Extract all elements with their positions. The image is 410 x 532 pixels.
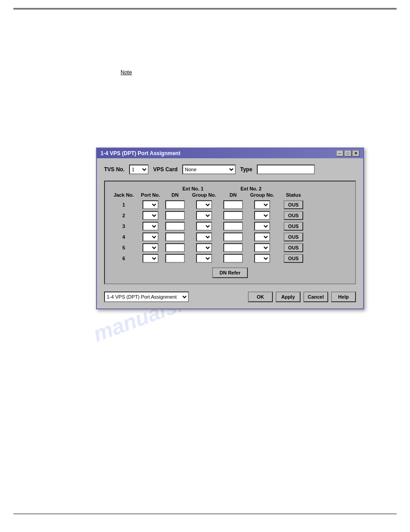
table-row: 2 OUS: [110, 211, 350, 220]
ext2-group-6[interactable]: [254, 254, 270, 263]
dialog-window: 1-4 VPS (DPT) Port Assignment ─ □ ✕ TVS …: [96, 148, 364, 309]
ous-btn-6[interactable]: OUS: [284, 254, 303, 263]
ext1-dn-2[interactable]: [165, 211, 185, 220]
ext1-dn-5[interactable]: [165, 243, 185, 252]
port-header-spacer: [137, 186, 164, 191]
dialog-body: TVS No. 1 VPS Card None Type TVS200-1 Ex…: [97, 158, 363, 308]
ext2-dn-2[interactable]: [223, 211, 243, 220]
vps-card-select[interactable]: None: [182, 165, 236, 174]
ext2-group-5[interactable]: [254, 243, 270, 252]
table-row: 1 OUS: [110, 200, 350, 209]
tvs-select[interactable]: 1: [129, 165, 149, 174]
note-text: Note: [121, 69, 132, 76]
page-dropdown[interactable]: 1-4 VPS (DPT) Port Assignment: [104, 291, 189, 302]
ext2-dn-5[interactable]: [223, 243, 243, 252]
ext1-group-no-header: Group No.: [186, 192, 222, 198]
jack-header-spacer: [110, 186, 137, 191]
jack-num-2: 2: [110, 213, 137, 218]
port-select-2[interactable]: [142, 211, 159, 220]
port-select-5[interactable]: [142, 243, 159, 252]
close-button[interactable]: ✕: [352, 150, 360, 156]
ext2-dn-6[interactable]: [223, 254, 243, 263]
ext1-group-6[interactable]: [196, 254, 212, 263]
ext2-dn-4[interactable]: [223, 232, 243, 241]
action-buttons: OK Apply Cancel Help: [248, 291, 356, 302]
ext2-dn-1[interactable]: [223, 200, 243, 209]
dn-refer-area: DN Refer: [110, 267, 350, 278]
table-row: 5 OUS: [110, 243, 350, 252]
ext1-group-3[interactable]: [196, 222, 212, 231]
ous-btn-2[interactable]: OUS: [284, 211, 303, 220]
cancel-button[interactable]: Cancel: [303, 291, 328, 302]
dn-refer-button[interactable]: DN Refer: [212, 267, 248, 278]
ext2-group-4[interactable]: [254, 232, 270, 241]
type-select[interactable]: TVS200-1: [257, 165, 315, 174]
type-label: Type: [240, 166, 252, 173]
ous-btn-5[interactable]: OUS: [284, 243, 303, 252]
jack-num-4: 4: [110, 234, 137, 240]
table-row: 6 OUS: [110, 254, 350, 263]
port-select-3[interactable]: [142, 222, 159, 231]
ous-btn-4[interactable]: OUS: [284, 232, 303, 241]
subheader-row: Jack No. Port No. DN Group No. DN Group …: [110, 192, 350, 198]
ous-btn-1[interactable]: OUS: [284, 200, 303, 209]
table-row: 3 OUS: [110, 222, 350, 231]
ext1-dn-6[interactable]: [165, 254, 185, 263]
dialog-titlebar: 1-4 VPS (DPT) Port Assignment ─ □ ✕: [97, 148, 363, 158]
bottom-rule: [13, 514, 397, 514]
ext1-group-4[interactable]: [196, 232, 212, 241]
tvs-label: TVS No.: [104, 166, 125, 173]
table-panel: Ext No. 1 Ext No. 2 Jack No. Port No. DN…: [104, 181, 356, 284]
status-header-spacer: [280, 186, 307, 191]
jack-no-header: Jack No.: [110, 192, 137, 198]
jack-num-6: 6: [110, 256, 137, 261]
jack-num-3: 3: [110, 224, 137, 229]
ext1-group-1[interactable]: [196, 200, 212, 209]
ext1-dn-header: DN: [164, 192, 186, 198]
port-select-6[interactable]: [142, 254, 159, 263]
minimize-button[interactable]: ─: [336, 150, 343, 156]
ext1-dn-3[interactable]: [165, 222, 185, 231]
vps-card-label: VPS Card: [153, 166, 178, 173]
ext1-dn-4[interactable]: [165, 232, 185, 241]
port-no-header: Port No.: [137, 192, 164, 198]
ext2-group-2[interactable]: [254, 211, 270, 220]
port-select-4[interactable]: [142, 232, 159, 241]
titlebar-controls: ─ □ ✕: [336, 150, 360, 156]
ext-group-headers: Ext No. 1 Ext No. 2: [110, 186, 350, 191]
ext2-group-header: Ext No. 2: [222, 186, 280, 191]
jack-num-5: 5: [110, 245, 137, 250]
ext1-group-5[interactable]: [196, 243, 212, 252]
port-select-1[interactable]: [142, 200, 159, 209]
ext2-group-1[interactable]: [254, 200, 270, 209]
ext2-group-3[interactable]: [254, 222, 270, 231]
jack-num-1: 1: [110, 202, 137, 207]
status-header: Status: [280, 192, 307, 198]
table-row: 4 OUS: [110, 232, 350, 241]
maximize-button[interactable]: □: [344, 150, 351, 156]
ext1-group-2[interactable]: [196, 211, 212, 220]
dialog-title: 1-4 VPS (DPT) Port Assignment: [100, 150, 180, 156]
ext1-dn-1[interactable]: [165, 200, 185, 209]
ext1-group-header: Ext No. 1: [164, 186, 222, 191]
ous-btn-3[interactable]: OUS: [284, 222, 303, 231]
ext2-dn-3[interactable]: [223, 222, 243, 231]
ext2-dn-header: DN: [222, 192, 244, 198]
top-config-row: TVS No. 1 VPS Card None Type TVS200-1: [104, 165, 356, 174]
bottom-bar: 1-4 VPS (DPT) Port Assignment OK Apply C…: [104, 289, 356, 304]
apply-button[interactable]: Apply: [276, 291, 301, 302]
top-rule: [13, 8, 397, 9]
ok-button[interactable]: OK: [248, 291, 273, 302]
help-button[interactable]: Help: [331, 291, 356, 302]
ext2-group-no-header: Group No.: [244, 192, 280, 198]
